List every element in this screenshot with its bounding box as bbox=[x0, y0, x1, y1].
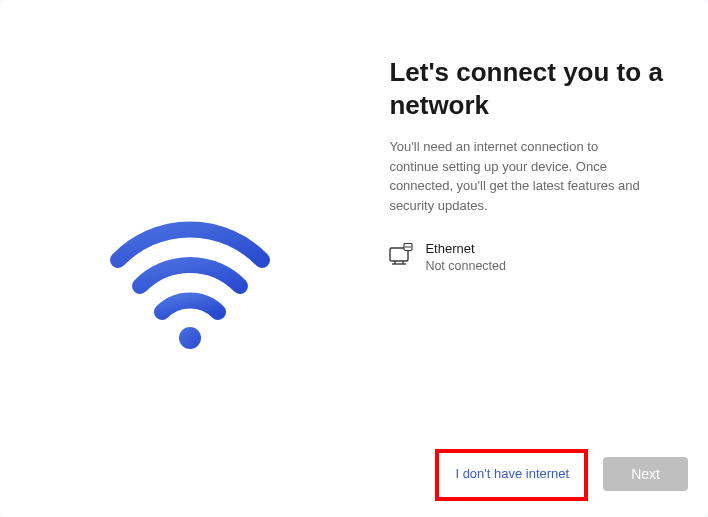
next-button[interactable]: Next bbox=[603, 457, 688, 491]
no-internet-button[interactable]: I don't have internet bbox=[437, 456, 587, 491]
connection-name: Ethernet bbox=[425, 241, 506, 258]
connection-ethernet-item[interactable]: Ethernet Not connected bbox=[389, 237, 668, 278]
ethernet-icon bbox=[389, 243, 413, 269]
connection-status: Not connected bbox=[425, 258, 506, 274]
oobe-network-window: Let's connect you to a network You'll ne… bbox=[0, 0, 708, 517]
connection-label-group: Ethernet Not connected bbox=[425, 241, 506, 274]
wifi-icon bbox=[110, 220, 270, 354]
illustration-pane bbox=[0, 0, 389, 517]
page-title: Let's connect you to a network bbox=[389, 56, 668, 121]
content-pane: Let's connect you to a network You'll ne… bbox=[389, 0, 708, 517]
page-description: You'll need an internet connection to co… bbox=[389, 137, 649, 215]
footer-actions: I don't have internet Next bbox=[437, 456, 688, 491]
svg-point-0 bbox=[179, 327, 201, 349]
